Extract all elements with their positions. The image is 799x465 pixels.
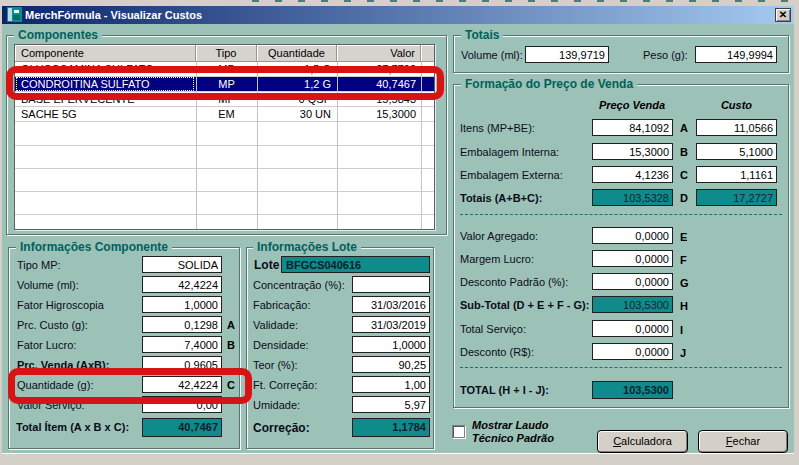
tipo-mp-label: Tipo MP: — [17, 259, 61, 271]
letter-c: C — [680, 169, 688, 181]
fabricacao-field[interactable]: 31/03/2016 — [352, 296, 430, 313]
sub-total-field: 103,5300 — [592, 296, 673, 313]
margem-lucro-field[interactable]: 0,0000 — [592, 250, 673, 267]
calculadora-button-label: Calculadora — [598, 431, 687, 447]
total-servico-field[interactable]: 0,0000 — [592, 320, 673, 337]
prc-custo-field[interactable]: 0,1298 — [142, 316, 222, 333]
cell-quantidade: 30 UN — [257, 108, 331, 120]
letter-b: B — [680, 146, 688, 158]
embalagem-externa-custo-field[interactable]: 1,1161 — [696, 166, 777, 183]
embalagem-interna-custo-field[interactable]: 5,1000 — [696, 143, 777, 160]
fator-lucro-field[interactable]: 7,4000 — [142, 336, 222, 353]
valor-agregado-field[interactable]: 0,0000 — [592, 227, 673, 244]
annotation-rect-quantidade — [8, 368, 252, 404]
itens-custo-field[interactable]: 11,0566 — [696, 119, 777, 136]
total-field: 103,5300 — [592, 381, 673, 399]
mostrar-laudo-label-line1: Mostrar Laudo — [472, 419, 548, 431]
total-servico-label: Total Serviço: — [460, 323, 526, 335]
volume-ml-field[interactable]: 42,4224 — [142, 276, 222, 293]
totais-abc-custo-field: 17,2727 — [696, 189, 777, 206]
separator-dashed — [460, 214, 782, 215]
teor-label: Teor (%): — [253, 359, 298, 371]
info-componente-group-label: Informações Componente — [16, 240, 172, 254]
letter-g: G — [680, 277, 689, 289]
concentracao-field[interactable] — [352, 276, 430, 293]
dialog-bottom-edge — [2, 453, 794, 454]
desconto-rs-label: Desconto (R$): — [460, 346, 534, 358]
fabricacao-label: Fabricação: — [253, 299, 310, 311]
totais-group-label: Totais — [461, 28, 503, 42]
densidade-label: Densidade: — [253, 339, 309, 351]
volume-label: Volume (ml): — [461, 49, 523, 61]
letter-a: A — [680, 122, 688, 134]
densidade-field[interactable]: 1,0000 — [352, 336, 430, 353]
desconto-padrao-label: Desconto Padrão (%): — [460, 276, 568, 288]
correcao-field: 1,1784 — [352, 418, 430, 437]
itens-preco-field[interactable]: 84,1092 — [592, 119, 673, 136]
col-header-extra — [421, 45, 434, 62]
separator-dashed — [460, 367, 782, 368]
background-window-edge — [252, 0, 792, 2]
volume-ml-label: Volume (ml): — [17, 279, 79, 291]
sub-total-label: Sub-Total (D + E + F - G): — [460, 299, 589, 311]
volume-field[interactable]: 139,9719 — [525, 46, 609, 63]
embalagem-externa-label: Embalagem Externa: — [460, 169, 563, 181]
table-row[interactable]: SACHE 5G EM 30 UN 15,3000 — [15, 107, 434, 122]
peso-field[interactable]: 149,9994 — [695, 46, 777, 63]
fator-lucro-label: Fator Lucro: — [17, 339, 76, 351]
validade-label: Validade: — [253, 319, 298, 331]
totais-abc-label: Totais (A+B+C): — [460, 192, 542, 204]
desconto-rs-field[interactable]: 0,0000 — [592, 343, 673, 360]
col-header-valor[interactable]: Valor — [337, 45, 421, 62]
desconto-padrao-field[interactable]: 0,0000 — [592, 273, 673, 290]
close-button[interactable]: ✕ — [775, 8, 791, 22]
letter-h: H — [680, 300, 688, 312]
letter-f: F — [680, 254, 687, 266]
teor-field[interactable]: 90,25 — [352, 356, 430, 373]
fechar-button[interactable]: Fechar — [698, 430, 788, 453]
custo-column-header: Custo — [696, 99, 777, 111]
cell-tipo: EM — [196, 108, 257, 120]
totais-abc-preco-field: 103,5328 — [592, 189, 673, 206]
embalagem-externa-preco-field[interactable]: 4,1236 — [592, 166, 673, 183]
col-header-componente[interactable]: Componente — [15, 45, 196, 62]
peso-label: Peso (g): — [643, 49, 688, 61]
componentes-group-label: Componentes — [14, 28, 102, 42]
mostrar-laudo-label-line2: Técnico Padrão — [472, 432, 554, 444]
col-header-tipo[interactable]: Tipo — [196, 45, 257, 62]
total-label: TOTAL (H + I - J): — [460, 384, 549, 396]
ft-correcao-label: Ft. Correção: — [253, 379, 317, 391]
cell-valor: 15,3000 — [337, 108, 416, 120]
window-title: MerchFórmula - Visualizar Custos — [25, 9, 202, 21]
app-icon — [7, 7, 22, 22]
annotation-rect-componente-row — [6, 66, 444, 100]
fator-higroscopia-label: Fator Higroscopia — [17, 299, 104, 311]
cell-componente: SACHE 5G — [21, 108, 77, 120]
mostrar-laudo-checkbox[interactable] — [452, 425, 465, 438]
validade-field[interactable]: 31/03/2019 — [352, 316, 430, 333]
itens-label: Itens (MP+BE): — [460, 122, 535, 134]
ft-correcao-field[interactable]: 1,00 — [352, 376, 430, 393]
total-item-label: Total Ítem (A x B x C): — [16, 421, 129, 433]
preco-venda-column-header: Preço Venda — [572, 99, 692, 111]
col-header-quantidade[interactable]: Quantidade — [257, 45, 337, 62]
embalagem-interna-label: Embalagem Interna: — [460, 146, 559, 158]
formacao-group-label: Formação do Preço de Venda — [461, 77, 637, 91]
total-item-field: 40,7467 — [142, 418, 222, 437]
prc-custo-label: Prc. Custo (g): — [17, 319, 88, 331]
umidade-label: Umidade: — [253, 399, 300, 411]
merchformula-dialog: MerchFórmula - Visualizar Custos ✕ Compo… — [0, 0, 799, 465]
info-lote-group-label: Informações Lote — [253, 240, 361, 254]
letter-b: B — [227, 339, 235, 351]
valor-agregado-label: Valor Agregado: — [460, 230, 538, 242]
fator-higroscopia-field[interactable]: 1,0000 — [142, 296, 222, 313]
tipo-mp-field[interactable]: SOLIDA — [142, 256, 222, 273]
correcao-label: Correção: — [253, 421, 310, 435]
calculadora-button[interactable]: Calculadora — [597, 430, 688, 453]
fechar-button-label: Fechar — [699, 431, 787, 447]
embalagem-interna-preco-field[interactable]: 15,3000 — [592, 143, 673, 160]
letter-d: D — [680, 192, 688, 204]
lote-label: Lote — [254, 258, 279, 272]
lote-field: BFGCS040616 — [281, 256, 430, 273]
umidade-field[interactable]: 5,97 — [352, 396, 430, 413]
